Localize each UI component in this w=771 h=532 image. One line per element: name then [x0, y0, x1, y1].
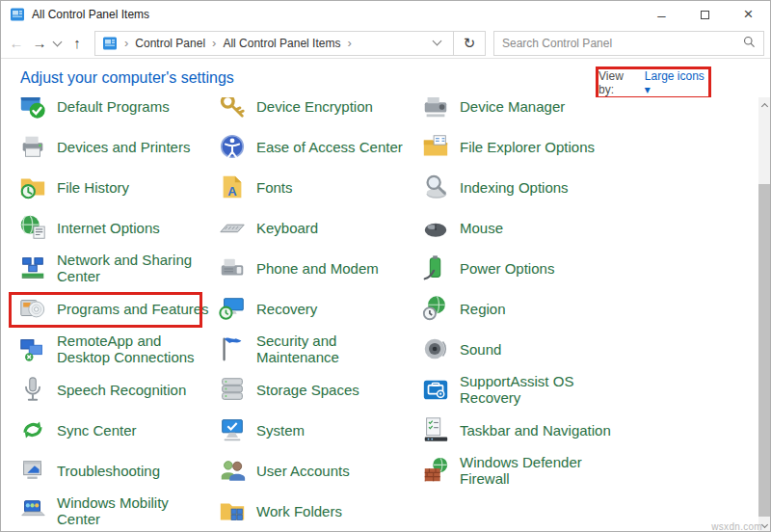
remoteapp-and-desktop-connections-icon	[18, 334, 47, 363]
control-panel-item-phone-and-modem[interactable]: Phone and Modem	[218, 248, 416, 288]
item-label: Fonts	[256, 179, 416, 196]
address-dropdown[interactable]	[431, 37, 445, 50]
sound-icon	[421, 334, 450, 363]
close-button[interactable]: ×	[727, 1, 770, 28]
control-panel-item-devices-and-printers[interactable]: Devices and Printers	[18, 126, 213, 167]
item-label: Sync Center	[57, 422, 213, 439]
scrollbar-thumb[interactable]	[758, 184, 770, 517]
control-panel-item-troubleshooting[interactable]: Troubleshooting	[18, 450, 213, 491]
control-panel-item-recovery[interactable]: Recovery	[218, 288, 416, 329]
item-label: Device Encryption	[256, 98, 416, 115]
control-panel-item-work-folders[interactable]: Work Folders	[218, 491, 416, 531]
item-label: Network and Sharing Center	[57, 252, 213, 284]
indexing-options-icon	[421, 173, 450, 201]
item-label: Taskbar and Navigation	[460, 422, 625, 439]
control-panel-icon	[102, 36, 118, 51]
item-label: Windows Mobility Center	[57, 494, 213, 527]
back-button[interactable]: ←	[5, 32, 28, 55]
item-label: Region	[460, 301, 625, 317]
windows-mobility-center-icon	[18, 496, 47, 525]
control-panel-item-system[interactable]: System	[218, 410, 416, 450]
network-sharing-center-icon	[18, 253, 47, 282]
control-panel-item-default-programs[interactable]: Default Programs	[18, 97, 213, 126]
item-label: Keyboard	[256, 220, 416, 236]
scrollbar[interactable]	[758, 97, 770, 532]
search-box	[493, 31, 764, 56]
internet-options-icon	[18, 213, 47, 242]
item-label: Power Options	[460, 260, 625, 277]
breadcrumb-control-panel[interactable]: Control Panel	[135, 37, 205, 50]
device-manager-icon	[421, 97, 450, 120]
device-encryption-icon	[218, 97, 247, 120]
item-label: Ease of Access Center	[256, 139, 416, 155]
refresh-button[interactable]: ↻	[453, 31, 486, 56]
phone-and-modem-icon	[218, 253, 247, 282]
control-panel-item-mouse[interactable]: Mouse	[421, 207, 639, 248]
taskbar-and-navigation-icon	[421, 415, 450, 444]
supportassist-os-recovery-icon	[421, 375, 450, 404]
storage-spaces-icon	[218, 375, 247, 404]
up-button[interactable]: ↑	[66, 32, 89, 55]
control-panel-item-remoteapp-and-desktop-connections[interactable]: RemoteApp and Desktop Connections	[18, 329, 213, 369]
item-label: Recovery	[256, 301, 416, 317]
control-panel-item-region[interactable]: Region	[421, 288, 639, 329]
recovery-icon	[218, 294, 247, 323]
minimize-button[interactable]: –	[640, 1, 683, 28]
item-label: System	[256, 422, 416, 439]
item-label: User Accounts	[256, 463, 416, 479]
control-panel-item-sync-center[interactable]: Sync Center	[18, 410, 213, 450]
ease-of-access-center-icon	[218, 132, 247, 161]
item-label: Default Programs	[57, 98, 213, 115]
control-panel-item-ease-of-access-center[interactable]: Ease of Access Center	[218, 126, 416, 167]
item-label: File Explorer Options	[460, 139, 625, 155]
windows-defender-firewall-icon	[421, 456, 450, 485]
control-panel-item-speech-recognition[interactable]: Speech Recognition	[18, 369, 213, 410]
control-panel-item-internet-options[interactable]: Internet Options	[18, 207, 213, 248]
sync-center-icon	[18, 415, 47, 444]
control-panel-item-file-history[interactable]: File History	[18, 167, 213, 207]
item-label: Troubleshooting	[57, 463, 213, 479]
control-panel-item-windows-mobility-center[interactable]: Windows Mobility Center	[18, 491, 213, 531]
recent-pages-dropdown[interactable]	[51, 35, 66, 52]
control-panel-item-device-manager[interactable]: Device Manager	[421, 97, 639, 126]
control-panel-item-sound[interactable]: Sound	[421, 329, 639, 369]
address-bar[interactable]: › Control Panel › All Control Panel Item…	[94, 31, 453, 56]
chevron-up-icon	[760, 102, 767, 109]
control-panel-item-keyboard[interactable]: Keyboard	[218, 207, 416, 248]
breadcrumb-all-control-panel-items[interactable]: All Control Panel Items	[223, 37, 340, 50]
view-by-dropdown[interactable]: Large icons ▾	[645, 69, 708, 96]
control-panel-item-file-explorer-options[interactable]: File Explorer Options	[421, 126, 639, 167]
control-panel-item-windows-defender-firewall[interactable]: Windows Defender Firewall	[421, 450, 639, 491]
security-and-maintenance-icon	[218, 334, 247, 363]
control-panel-item-storage-spaces[interactable]: Storage Spaces	[218, 369, 416, 410]
breadcrumb-separator: ›	[124, 36, 128, 50]
speech-recognition-icon	[18, 375, 47, 404]
maximize-button[interactable]	[683, 1, 727, 28]
item-label: Phone and Modem	[256, 260, 416, 277]
item-label: SupportAssist OS Recovery	[460, 373, 625, 406]
mouse-icon	[421, 213, 450, 242]
breadcrumb-separator: ›	[212, 36, 216, 50]
control-panel-item-fonts[interactable]: AFonts	[218, 167, 416, 207]
window-title: All Control Panel Items	[32, 8, 149, 21]
control-panel-item-power-options[interactable]: Power Options	[421, 248, 639, 288]
file-explorer-options-icon	[421, 132, 450, 161]
control-panel-item-network-and-sharing-center[interactable]: Network and Sharing Center	[18, 248, 213, 288]
control-panel-item-programs-and-features[interactable]: Programs and Features	[18, 288, 213, 329]
watermark: wsxdn.com	[711, 521, 762, 532]
control-panel-item-taskbar-and-navigation[interactable]: Taskbar and Navigation	[421, 410, 639, 450]
control-panel-app-icon	[10, 7, 25, 22]
forward-button[interactable]: →	[28, 32, 51, 55]
svg-text:A: A	[227, 184, 237, 199]
control-panel-item-security-and-maintenance[interactable]: Security and Maintenance	[218, 329, 416, 369]
control-panel-item-user-accounts[interactable]: User Accounts	[218, 450, 416, 491]
toolbar: ← → ↑ › Control Panel › All Control Pane…	[1, 28, 770, 59]
search-input[interactable]	[502, 37, 743, 50]
item-label: Programs and Features	[57, 301, 213, 317]
control-panel-item-device-encryption[interactable]: Device Encryption	[218, 97, 416, 126]
control-panel-item-indexing-options[interactable]: Indexing Options	[421, 167, 639, 207]
dropdown-arrow-icon: ▾	[645, 83, 651, 96]
chevron-down-icon	[433, 36, 442, 45]
scrollbar-up-button[interactable]	[758, 97, 770, 112]
control-panel-item-supportassist-os-recovery[interactable]: SupportAssist OS Recovery	[421, 369, 639, 410]
